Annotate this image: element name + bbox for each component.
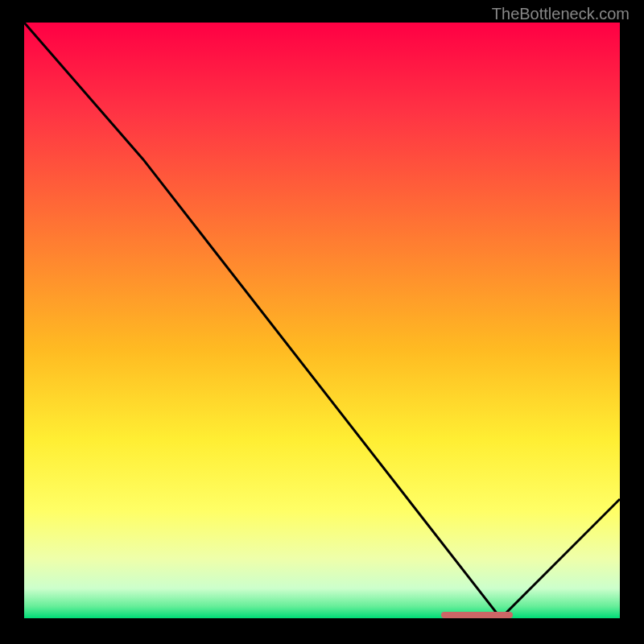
watermark-text: TheBottleneck.com [492, 5, 630, 23]
chart-line [24, 23, 620, 618]
optimal-marker [441, 612, 513, 618]
chart-container [24, 23, 620, 618]
